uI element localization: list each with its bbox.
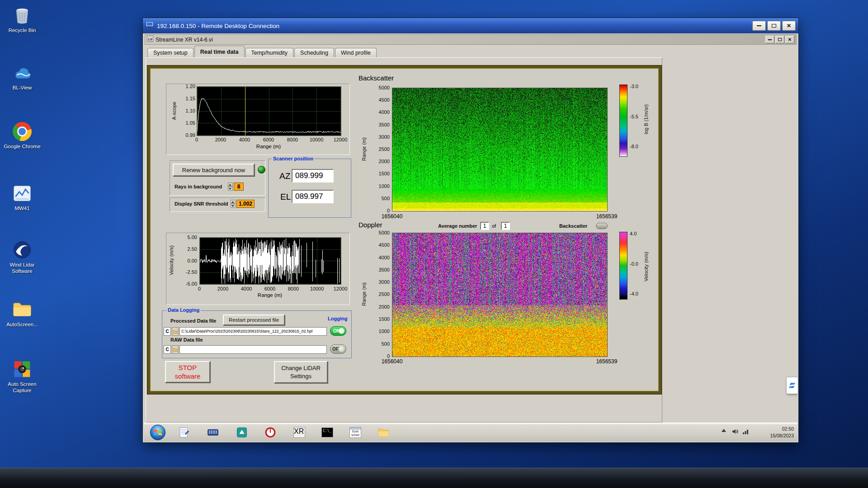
minimize-icon <box>757 25 761 26</box>
chrome-logo <box>13 122 32 141</box>
processed-drive-selector[interactable]: C <box>164 327 171 336</box>
change-lidar-settings-button[interactable]: Change LiDAR Settings <box>274 361 328 383</box>
doppler-heatmap[interactable] <box>392 233 608 357</box>
average-number-field[interactable]: 1 <box>480 222 489 230</box>
rdp-titlebar[interactable]: 192.168.0.150 - Remote Desktop Connectio… <box>143 18 798 33</box>
renew-background-button[interactable]: Renew background now <box>173 164 255 176</box>
tick-label: 2500 <box>379 291 390 297</box>
doppler-y-axis: 5000450040003500300025002000150010005000 <box>369 230 390 359</box>
tab-real-time-data[interactable]: Real time data <box>194 46 245 58</box>
remote-taskbar-windows-explorer-icon[interactable] <box>376 425 391 440</box>
desktop-icon-autoscreen-folder[interactable]: AutoScreen... <box>1 299 43 328</box>
stop-software-button[interactable]: STOP software <box>165 361 210 383</box>
of-label: of <box>492 223 496 229</box>
remote-taskbar-teal-app-icon[interactable] <box>235 425 249 440</box>
auto-screen-capture-icon <box>11 358 33 380</box>
az-value-field[interactable]: 089.999 <box>292 169 334 183</box>
restore-icon <box>778 38 782 41</box>
settings-button-line2: Settings <box>290 372 311 380</box>
desktop-icon-label: AutoScreen... <box>1 322 43 328</box>
tab-wind-profile[interactable]: Wind profile <box>335 48 377 58</box>
raw-logging-toggle[interactable]: OFF <box>330 344 346 354</box>
tick-label: 3500 <box>379 267 390 272</box>
raw-path-field[interactable] <box>179 345 327 354</box>
minimize-button[interactable] <box>752 21 766 31</box>
tick-label: 0 <box>387 208 390 213</box>
vi-icon <box>147 36 153 44</box>
remote-start-button[interactable] <box>150 424 166 441</box>
desktop-icon-mw41[interactable]: MW41 <box>1 183 43 212</box>
sync-icon <box>788 381 796 389</box>
scanner-position-title: Scanner position <box>272 156 315 161</box>
remote-taskbar-streamline-xr-window-icon[interactable]: XR <box>292 425 307 440</box>
rays-spinner[interactable] <box>228 183 233 191</box>
remote-hidden-icons-arrow[interactable] <box>722 429 726 432</box>
desktop-icon-auto-screen-capture[interactable]: Auto Screen Capture <box>1 358 43 394</box>
desktop-icon-recycle-bin[interactable]: Recycle Bin <box>1 5 43 34</box>
remote-network-icon[interactable] <box>742 428 750 437</box>
hidden-icon-flyout[interactable] <box>786 377 797 394</box>
doppler-colorbar-title: Velocity (m/s) <box>643 239 650 294</box>
processed-path-field[interactable]: C:\Lidar\Data\Proc\2023\202308\20230815\… <box>179 327 327 336</box>
average-total-field[interactable]: 1 <box>501 222 510 230</box>
colorbar-tick: -8.0 <box>630 144 638 149</box>
colorbar-tick: -5.5 <box>630 114 638 119</box>
tick-label: 8000 <box>284 286 302 291</box>
ascope-plot[interactable] <box>197 86 341 136</box>
restart-processed-file-button[interactable]: Restart processed file <box>223 314 285 325</box>
el-value-field[interactable]: 089.997 <box>292 190 334 203</box>
desktop-icon-google-chrome[interactable]: Google Chrome <box>1 121 43 150</box>
tick-label: 4500 <box>379 97 390 103</box>
raw-browse-button[interactable] <box>172 345 179 354</box>
rays-value-field[interactable]: 8 <box>234 183 244 191</box>
processed-logging-toggle[interactable]: ON <box>330 326 346 336</box>
colorbar-tick: 4.0 <box>630 231 637 236</box>
raw-drive-selector[interactable]: C <box>164 345 171 354</box>
app-close-button[interactable]: ✕ <box>785 36 794 43</box>
tick-label: 10000 <box>307 137 326 142</box>
tick-label: 4000 <box>236 137 254 142</box>
app-minimize-button[interactable] <box>765 36 774 43</box>
velocity-x-title: Range (m) <box>199 292 340 298</box>
tab-temp-humidity[interactable]: Temp/humidity <box>245 48 294 58</box>
tab-scheduling[interactable]: Scheduling <box>294 48 334 58</box>
rdp-window-title: 192.168.0.150 - Remote Desktop Connectio… <box>157 23 751 29</box>
remote-taskbar-notepad-icon[interactable] <box>177 425 191 440</box>
tick-label: 1.10 <box>186 108 195 113</box>
autoscreen-folder-icon <box>11 299 33 320</box>
snr-spinner[interactable] <box>231 200 236 208</box>
snr-value-field[interactable]: 1.002 <box>236 200 255 208</box>
app-titlebar[interactable]: StreamLine XR v14-6.vi ✕ <box>145 34 797 45</box>
remote-taskbar-scan-scheduler-icon[interactable]: Scansched <box>348 425 363 440</box>
close-button[interactable]: ✕ <box>782 21 796 31</box>
backscatter-toggle[interactable] <box>596 223 608 229</box>
processed-browse-button[interactable] <box>172 327 179 336</box>
backscatter-section-title: Backscatter <box>359 74 394 82</box>
velocity-plot[interactable] <box>199 237 341 285</box>
recycle-bin-icon <box>11 5 33 26</box>
doppler-x-start-label: 1656040 <box>382 358 403 365</box>
rays-in-background-label: Rays in background <box>175 184 222 189</box>
remote-taskbar-command-prompt-icon[interactable]: C:\_ <box>320 425 335 440</box>
app-restore-button[interactable] <box>775 36 784 43</box>
remote-clock[interactable]: 02:50 15/08/2023 <box>755 426 794 439</box>
az-label: AZ <box>279 171 290 181</box>
desktop-icon-label: Wind Lidar Software <box>1 262 43 275</box>
remote-taskbar-power-tool-icon[interactable] <box>263 425 278 440</box>
remote-taskbar-on-screen-keyboard-icon[interactable] <box>206 425 220 440</box>
desktop-icon-wind-lidar-software[interactable]: Wind Lidar Software <box>1 239 43 275</box>
tick-label: 0 <box>190 286 208 291</box>
desktop-icon-bl-view[interactable]: BL-View <box>1 62 43 91</box>
tick-label: 1500 <box>379 171 390 176</box>
tab-system-setup[interactable]: System setup <box>147 48 193 58</box>
backscatter-heatmap[interactable] <box>392 88 608 211</box>
remote-volume-icon[interactable] <box>731 428 739 437</box>
maximize-button[interactable] <box>767 21 781 31</box>
tick-label: 4000 <box>237 286 255 291</box>
velocity-y-title: Velocity (m/s) <box>169 238 175 283</box>
tick-label: 12000 <box>331 137 349 142</box>
raw-data-file-label: RAW Data file <box>170 337 203 343</box>
backscatter-y-title: Range (m) <box>361 129 368 169</box>
velocity-y-axis: 5.002.500.00-2.50-5.00 <box>180 235 197 286</box>
tick-label: 5000 <box>379 230 390 235</box>
